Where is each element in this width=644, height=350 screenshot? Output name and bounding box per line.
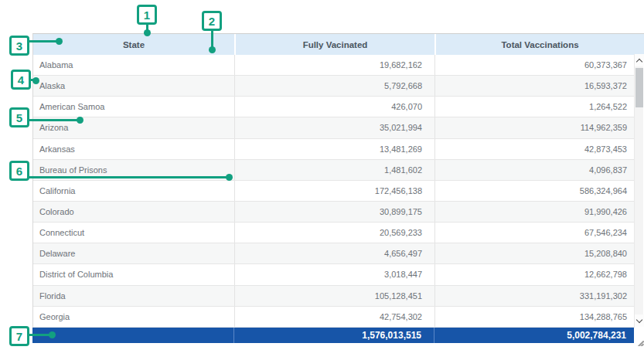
scroll-down-button[interactable]: [635, 314, 644, 327]
table-row[interactable]: Arizona35,021,994114,962,359: [33, 117, 635, 138]
chevron-up-icon: [636, 58, 642, 64]
annotation-7-connector: [29, 334, 50, 336]
fully-vaccinated-cell: 19,682,162: [234, 55, 434, 75]
total-vaccinations-cell: 586,324,964: [434, 181, 635, 201]
total-vaccinations-cell: 331,191,302: [434, 286, 635, 306]
resize-grip-icon[interactable]: [636, 338, 644, 346]
state-cell: Connecticut: [33, 223, 234, 243]
vaccinations-table: State Fully Vacinated Total Vaccinations…: [32, 33, 644, 328]
state-cell: Georgia: [33, 307, 234, 327]
table-row[interactable]: Georgia42,754,302134,288,765: [33, 307, 635, 328]
annotation-2-dot: [209, 46, 216, 53]
table-row[interactable]: American Samoa426,0701,264,522: [33, 97, 635, 117]
annotation-5-dot: [77, 117, 83, 124]
annotation-3-dot: [56, 38, 63, 45]
fully-vaccinated-cell: 3,018,447: [234, 264, 434, 284]
total-vaccinations-cell: 114,962,359: [434, 117, 635, 138]
table-row[interactable]: California172,456,138586,324,964: [33, 181, 635, 202]
table-row[interactable]: Arkansas13,481,26942,873,453: [33, 139, 635, 160]
totals-state-cell: [32, 328, 233, 343]
table-body: Alabama19,682,16260,373,367Alaska5,792,6…: [33, 55, 635, 328]
scrollbar-thumb[interactable]: [635, 68, 643, 107]
table-row[interactable]: Colorado30,899,17591,990,426: [33, 202, 635, 223]
table-row[interactable]: Alabama19,682,16260,373,367: [33, 55, 635, 76]
chevron-down-icon: [636, 316, 642, 322]
annotation-1-badge: 1: [137, 5, 157, 25]
annotation-2-connector: [211, 30, 213, 47]
total-vaccinations-cell: 91,990,426: [434, 202, 635, 222]
fully-vaccinated-cell: 20,569,233: [234, 223, 434, 243]
total-vaccinations-cell: 67,546,234: [434, 223, 635, 243]
fully-vaccinated-cell: 1,481,602: [234, 160, 434, 180]
annotation-6-badge: 6: [9, 161, 29, 181]
fully-vaccinated-cell: 42,754,302: [234, 307, 434, 327]
state-cell: Arkansas: [33, 139, 234, 159]
total-vaccinations-cell: 134,288,765: [434, 307, 635, 327]
fully-vaccinated-cell: 30,899,175: [234, 202, 434, 222]
table-row[interactable]: Connecticut20,569,23367,546,234: [33, 223, 635, 243]
totals-row: 1,576,013,515 5,002,784,231: [32, 328, 634, 343]
annotation-4-dot: [32, 77, 39, 84]
annotation-7-badge: 7: [9, 326, 29, 346]
fully-vaccinated-cell: 426,070: [234, 97, 434, 117]
totals-fully-vaccinated-value: 1,576,013,515: [233, 328, 434, 343]
annotation-7-dot: [49, 331, 56, 338]
annotation-5-badge: 5: [9, 107, 29, 127]
table-row[interactable]: Delaware4,656,49715,208,840: [33, 243, 635, 264]
total-vaccinations-cell: 42,873,453: [434, 139, 635, 159]
state-cell: District of Columbia: [33, 264, 234, 284]
annotation-4-badge: 4: [11, 70, 31, 90]
fully-vaccinated-cell: 105,128,451: [234, 286, 434, 306]
scroll-up-button[interactable]: [635, 54, 644, 66]
annotation-3-badge: 3: [9, 36, 29, 56]
state-cell: American Samoa: [33, 97, 234, 117]
total-vaccinations-cell: 16,593,372: [434, 76, 635, 96]
fully-vaccinated-cell: 4,656,497: [234, 243, 434, 263]
table-header-fully-vaccinated: Fully Vacinated: [234, 34, 434, 55]
table-header-total-vaccinations: Total Vaccinations: [434, 34, 644, 55]
total-vaccinations-cell: 4,096,837: [434, 160, 635, 180]
totals-total-vaccinations-value: 5,002,784,231: [434, 328, 634, 343]
total-vaccinations-cell: 15,208,840: [434, 243, 635, 263]
total-vaccinations-cell: 12,662,798: [434, 264, 635, 284]
total-vaccinations-cell: 60,373,367: [434, 55, 635, 75]
state-cell: Alabama: [33, 55, 234, 75]
annotation-5-connector: [29, 119, 78, 121]
fully-vaccinated-cell: 35,021,994: [234, 117, 434, 138]
annotation-3-connector: [29, 40, 58, 42]
fully-vaccinated-cell: 172,456,138: [234, 181, 434, 201]
state-cell: California: [33, 181, 234, 201]
vertical-scrollbar[interactable]: [634, 54, 643, 327]
annotation-2-badge: 2: [202, 11, 222, 31]
state-cell: Florida: [33, 286, 234, 306]
state-cell: Delaware: [33, 243, 234, 263]
fully-vaccinated-cell: 5,792,668: [234, 76, 434, 96]
state-cell: Colorado: [33, 202, 234, 222]
total-vaccinations-cell: 1,264,522: [434, 97, 635, 117]
table-row[interactable]: Alaska5,792,66816,593,372: [33, 76, 635, 97]
annotation-6-dot: [226, 174, 233, 181]
dashboard-table-screenshot: State Fully Vacinated Total Vaccinations…: [0, 0, 644, 350]
table-row[interactable]: Florida105,128,451331,191,302: [33, 286, 635, 307]
table-header-row: State Fully Vacinated Total Vaccinations: [33, 34, 644, 55]
table-header-state: State: [33, 34, 234, 55]
state-cell: Alaska: [33, 76, 234, 96]
annotation-1-dot: [144, 29, 151, 36]
fully-vaccinated-cell: 13,481,269: [234, 139, 434, 159]
table-row[interactable]: District of Columbia3,018,44712,662,798: [33, 264, 635, 285]
annotation-6-connector: [29, 176, 227, 178]
